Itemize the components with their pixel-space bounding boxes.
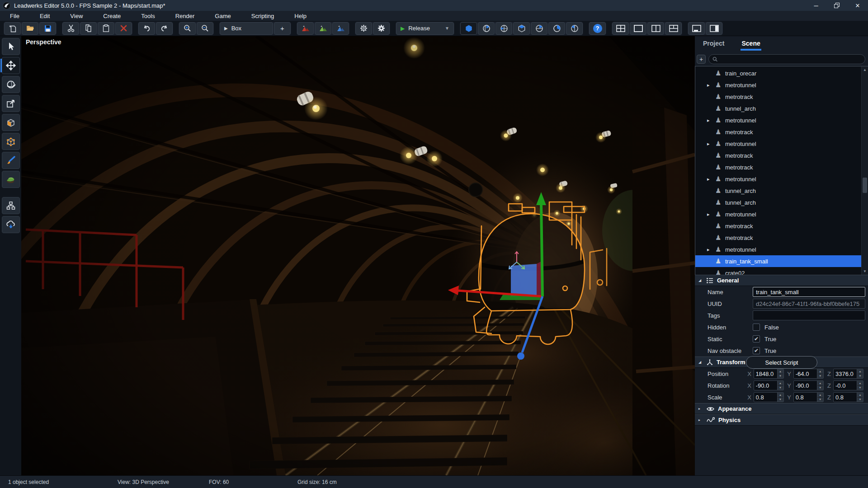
tree-item-tunnel_arch[interactable]: ♟tunnel_arch [695, 103, 861, 114]
tree-item-metrotunnel[interactable]: ▸♟metrotunnel [695, 173, 861, 185]
scale-z-field[interactable]: ▲▼ [833, 392, 863, 402]
menu-tools[interactable]: Tools [133, 13, 167, 19]
spinner[interactable]: ▲▼ [857, 393, 863, 402]
expand-caret-icon[interactable]: ▸ [707, 82, 715, 88]
copy-button[interactable] [80, 22, 97, 35]
settings-button[interactable] [373, 22, 390, 35]
run-config-dropdown[interactable]: ▶ Release ▼ [396, 22, 454, 35]
render-mode-4-button[interactable] [531, 22, 547, 35]
add-entity-button[interactable]: + [697, 55, 706, 64]
tab-project[interactable]: Project [703, 40, 724, 49]
expand-caret-icon[interactable]: ▸ [707, 211, 715, 217]
render-mode-5-button[interactable] [548, 22, 565, 35]
toggle-bottom-panel-button[interactable] [688, 22, 705, 35]
scene-search[interactable] [708, 54, 865, 64]
section-general[interactable]: ◢ General [695, 275, 868, 286]
layout-quad-button[interactable] [612, 22, 629, 35]
scroll-thumb[interactable] [863, 178, 867, 193]
render-mode-1-button[interactable] [478, 22, 495, 35]
search-input[interactable] [720, 56, 865, 62]
expand-caret-icon[interactable]: ▸ [707, 247, 715, 253]
select-script-button[interactable]: Select Script [746, 356, 817, 369]
select-tool-button[interactable] [2, 38, 20, 55]
position-y-field[interactable]: ▲▼ [793, 369, 824, 379]
position-x-field[interactable]: ▲▼ [754, 369, 784, 379]
expand-caret-icon[interactable]: ▸ [707, 176, 715, 182]
scale-tool-button[interactable] [2, 95, 20, 112]
tree-item-train_orecar[interactable]: ♟train_orecar [695, 67, 861, 79]
tree-item-metrotrack[interactable]: ♟metrotrack [695, 91, 861, 103]
layout-rows-button[interactable] [665, 22, 682, 35]
toggle-right-panel-button[interactable] [706, 22, 722, 35]
add-primitive-button[interactable]: + [274, 22, 291, 35]
menu-file[interactable]: File [2, 13, 32, 19]
menu-render[interactable]: Render [167, 13, 207, 19]
checkbox[interactable]: ✔ [753, 335, 760, 343]
rotation-y-field[interactable]: ▲▼ [793, 380, 824, 390]
face-edit-tool-button[interactable] [2, 114, 20, 131]
tree-item-crate02[interactable]: ♟crate02 [695, 267, 861, 275]
spinner[interactable]: ▲▼ [817, 393, 823, 402]
delete-button[interactable] [115, 22, 132, 35]
spinner[interactable]: ▲▼ [817, 369, 823, 378]
spinner[interactable]: ▲▼ [857, 381, 863, 390]
section-physics[interactable]: ▸ Physics [695, 414, 868, 426]
terrain-raise-button[interactable] [297, 22, 314, 35]
cloud-download-button[interactable] [2, 216, 20, 233]
redo-button[interactable] [156, 22, 173, 35]
render-mode-solid-button[interactable] [460, 22, 477, 35]
scroll-down-icon[interactable]: ▼ [862, 268, 868, 275]
zoom-in-button[interactable] [179, 22, 196, 35]
close-button[interactable]: ✕ [847, 0, 868, 11]
checkbox[interactable]: ✔ [753, 347, 760, 354]
tree-item-tunnel_arch[interactable]: ♟tunnel_arch [695, 197, 861, 208]
minimize-button[interactable]: ─ [806, 0, 826, 11]
expand-caret-icon[interactable]: ▸ [707, 141, 715, 147]
menu-create[interactable]: Create [95, 13, 133, 19]
position-z-field[interactable]: ▲▼ [833, 369, 863, 379]
tree-item-metrotrack[interactable]: ♟metrotrack [695, 232, 861, 244]
tree-item-metrotunnel[interactable]: ▸♟metrotunnel [695, 79, 861, 91]
menu-view[interactable]: View [62, 13, 95, 19]
tree-item-metrotrack[interactable]: ♟metrotrack [695, 161, 861, 173]
new-file-button[interactable] [4, 22, 21, 35]
render-mode-2-button[interactable] [495, 22, 512, 35]
menu-scripting[interactable]: Scripting [243, 13, 287, 19]
hierarchy-tool-button[interactable] [2, 197, 20, 214]
terrain-paint-button[interactable] [315, 22, 331, 35]
scale-x-field[interactable]: ▲▼ [754, 392, 784, 402]
tree-item-metrotrack[interactable]: ♟metrotrack [695, 150, 861, 161]
tree-item-train_tank_small[interactable]: ♟train_tank_small [695, 255, 861, 267]
section-appearance[interactable]: ▸ Appearance [695, 403, 868, 414]
render-mode-3-button[interactable] [513, 22, 530, 35]
checkbox[interactable] [753, 324, 760, 331]
spinner[interactable]: ▲▼ [777, 369, 783, 378]
menu-help[interactable]: Help [286, 13, 319, 19]
primitive-dropdown[interactable]: ▶ Box [220, 22, 273, 35]
rotation-z-field[interactable]: ▲▼ [833, 380, 863, 390]
spinner[interactable]: ▲▼ [777, 393, 783, 402]
tree-item-metrotunnel[interactable]: ▸♟metrotunnel [695, 244, 861, 255]
tree-scrollbar[interactable]: ▲ ▼ [861, 66, 868, 275]
paste-button[interactable] [98, 22, 114, 35]
terrain-tool-button[interactable] [2, 171, 20, 188]
render-mode-6-button[interactable] [566, 22, 583, 35]
move-tool-button[interactable] [2, 57, 20, 74]
viewport-3d[interactable]: Perspective [21, 36, 695, 475]
expand-caret-icon[interactable]: ▸ [707, 117, 715, 123]
tree-item-metrotrack[interactable]: ♟metrotrack [695, 220, 861, 232]
open-project-button[interactable] [22, 22, 38, 35]
menu-game[interactable]: Game [207, 13, 243, 19]
tags-field[interactable] [753, 310, 865, 320]
scale-y-field[interactable]: ▲▼ [793, 392, 824, 402]
spinner[interactable]: ▲▼ [817, 381, 823, 390]
tab-scene[interactable]: Scene [741, 40, 760, 49]
tree-item-metrotunnel[interactable]: ▸♟metrotunnel [695, 114, 861, 126]
tree-item-tunnel_arch[interactable]: ♟tunnel_arch [695, 185, 861, 197]
scroll-up-icon[interactable]: ▲ [862, 66, 868, 73]
rotate-tool-button[interactable] [2, 76, 20, 93]
name-field[interactable] [753, 287, 865, 297]
menu-edit[interactable]: Edit [32, 13, 62, 19]
spinner[interactable]: ▲▼ [857, 369, 863, 378]
world-settings-button[interactable] [355, 22, 372, 35]
